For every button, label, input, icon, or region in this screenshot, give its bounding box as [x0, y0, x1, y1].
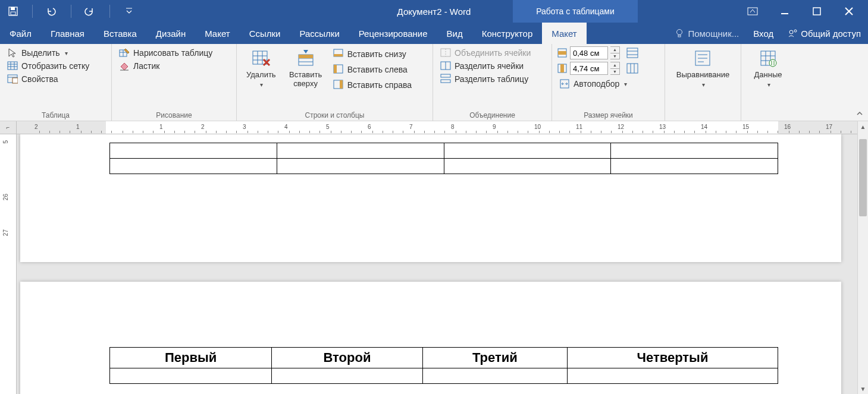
table-2[interactable]: Первый Второй Третий Четвертый — [109, 347, 778, 384]
delete-button[interactable]: Удалить▾ — [242, 46, 281, 110]
minimize-button[interactable] — [778, 4, 792, 18]
vertical-scrollbar[interactable]: ▲ ▼ — [857, 121, 868, 394]
ribbon-display-button[interactable] — [745, 4, 760, 18]
insert-left-button[interactable]: Вставить слева — [331, 63, 414, 76]
ruler-number: 4 — [284, 124, 288, 130]
title-bar: Документ2 - Word Работа с таблицами — [0, 0, 868, 23]
save-button[interactable] — [6, 4, 20, 18]
tab-table-layout[interactable]: Макет — [542, 23, 586, 44]
ruler-number: 15 — [742, 124, 749, 130]
qat-customize-button[interactable] — [122, 4, 136, 18]
col-width-input[interactable] — [570, 62, 608, 75]
split-table-icon — [440, 74, 451, 84]
eraser-button[interactable]: Ластик — [117, 59, 231, 73]
svg-rect-45 — [441, 74, 450, 77]
page-1[interactable] — [20, 134, 841, 262]
horizontal-ruler[interactable]: ⌐ 211234567891011121314151617 — [0, 121, 868, 134]
ruler-number: 10 — [534, 124, 541, 130]
undo-button[interactable] — [45, 4, 59, 18]
window-controls — [745, 0, 868, 23]
scroll-down-button[interactable]: ▼ — [858, 383, 868, 394]
maximize-button[interactable] — [810, 4, 824, 18]
ruler-number: 3 — [243, 124, 246, 130]
col-width-spinner[interactable]: ▲▼ — [610, 62, 620, 75]
autofit-button[interactable]: Автоподбор▾ — [557, 77, 660, 90]
collapse-ribbon-button[interactable] — [855, 109, 864, 118]
row-height-icon — [557, 48, 568, 58]
ruler-number: 6 — [368, 124, 371, 130]
tab-insert[interactable]: Вставка — [94, 23, 146, 44]
split-cells-icon — [440, 61, 451, 71]
tab-review[interactable]: Рецензирование — [349, 23, 437, 44]
distribute-rows-icon[interactable] — [626, 47, 639, 59]
row-height-spinner[interactable]: ▲▼ — [610, 46, 620, 59]
insert-above-icon — [296, 49, 315, 68]
ruler-number: 12 — [618, 124, 624, 130]
ruler-number: 9 — [493, 124, 496, 130]
page-2[interactable]: Первый Второй Третий Четвертый — [20, 282, 841, 394]
signin-button[interactable]: Вход — [746, 29, 781, 39]
grid-icon — [7, 61, 18, 71]
maximize-icon — [812, 7, 822, 16]
insert-above-button[interactable]: Вставить сверху — [281, 46, 331, 110]
insert-below-button[interactable]: Вставить снизу — [331, 48, 414, 61]
data-button[interactable]: Данные▾ — [750, 46, 787, 90]
scroll-up-button[interactable]: ▲ — [858, 121, 868, 132]
tell-me-button[interactable]: Помощник... — [668, 29, 746, 39]
vertical-ruler[interactable]: 5 26 27 — [0, 134, 17, 394]
svg-rect-9 — [678, 35, 681, 37]
scroll-thumb[interactable] — [859, 139, 867, 216]
ruler-number: 11 — [576, 124, 582, 130]
document-area: 5 26 27 Первый Второй Третий Четвертый — [0, 134, 857, 394]
table-header[interactable]: Первый — [110, 348, 272, 368]
svg-rect-49 — [627, 48, 638, 58]
split-table-button[interactable]: Разделить таблицу — [438, 73, 547, 86]
tab-layout[interactable]: Макет — [195, 23, 239, 44]
merge-cells-icon — [440, 48, 451, 58]
ribbon: Выделить▾ Отобразить сетку Свойства Табл… — [0, 44, 868, 121]
svg-rect-40 — [340, 80, 343, 89]
tab-table-design[interactable]: Конструктор — [472, 23, 543, 44]
redo-button[interactable] — [83, 4, 98, 18]
share-label: Общий доступ — [801, 29, 861, 39]
tab-home[interactable]: Главная — [41, 23, 94, 44]
svg-rect-2 — [11, 12, 15, 15]
eraser-icon — [119, 61, 130, 71]
distribute-cols-icon[interactable] — [626, 62, 639, 74]
group-label-merge: Объединение — [433, 111, 551, 119]
svg-rect-54 — [627, 64, 638, 73]
table-1[interactable] — [109, 143, 778, 174]
ruler-corner[interactable]: ⌐ — [0, 121, 17, 134]
properties-button[interactable]: Свойства — [5, 73, 106, 86]
gridlines-button[interactable]: Отобразить сетку — [5, 59, 106, 73]
tab-design[interactable]: Дизайн — [146, 23, 195, 44]
svg-point-11 — [794, 30, 797, 32]
merge-cells-button[interactable]: Объединить ячейки — [438, 46, 547, 59]
tab-references[interactable]: Ссылки — [240, 23, 290, 44]
share-button[interactable]: Общий доступ — [781, 28, 868, 39]
insert-right-button[interactable]: Вставить справа — [331, 78, 414, 92]
select-button[interactable]: Выделить▾ — [5, 46, 106, 59]
alignment-icon — [693, 49, 712, 68]
tab-file[interactable]: Файл — [0, 23, 41, 44]
table-header[interactable]: Второй — [272, 348, 423, 368]
row-height-input[interactable] — [570, 46, 608, 59]
svg-rect-38 — [334, 65, 337, 73]
table-header[interactable]: Четвертый — [567, 348, 778, 368]
close-icon — [844, 7, 854, 16]
tab-view[interactable]: Вид — [437, 23, 472, 44]
ruler-number: 1 — [76, 124, 80, 130]
svg-rect-34 — [299, 55, 313, 58]
close-button[interactable] — [842, 4, 856, 18]
alignment-button[interactable]: Выравнивание▾ — [672, 46, 734, 90]
group-rows-columns: Удалить▾ Вставить сверху Вставить снизу … — [237, 44, 433, 121]
ribbon-display-icon — [747, 7, 758, 15]
split-cells-button[interactable]: Разделить ячейки — [438, 59, 547, 73]
tab-mailings[interactable]: Рассылки — [290, 23, 349, 44]
group-draw: Нарисовать таблицу Ластик Рисование — [112, 44, 237, 121]
svg-rect-1 — [11, 7, 15, 10]
table-header[interactable]: Третий — [422, 348, 567, 368]
draw-table-button[interactable]: Нарисовать таблицу — [117, 46, 231, 59]
svg-point-67 — [769, 59, 776, 67]
ruler-number: 7 — [409, 124, 413, 130]
